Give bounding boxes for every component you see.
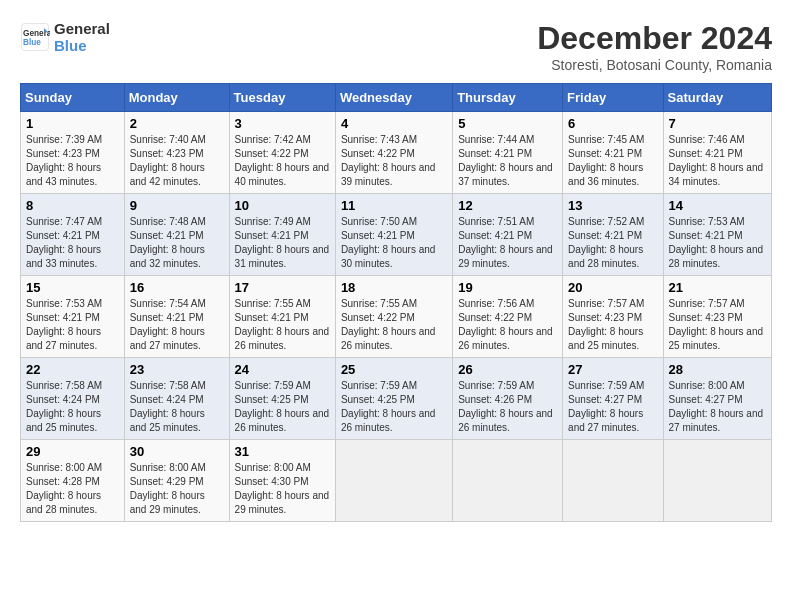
day-cell xyxy=(563,440,663,522)
day-number: 30 xyxy=(130,444,224,459)
day-number: 19 xyxy=(458,280,557,295)
day-number: 26 xyxy=(458,362,557,377)
day-info: Sunrise: 7:44 AM Sunset: 4:21 PM Dayligh… xyxy=(458,133,557,189)
day-cell: 23 Sunrise: 7:58 AM Sunset: 4:24 PM Dayl… xyxy=(124,358,229,440)
day-cell: 26 Sunrise: 7:59 AM Sunset: 4:26 PM Dayl… xyxy=(453,358,563,440)
day-info: Sunrise: 8:00 AM Sunset: 4:28 PM Dayligh… xyxy=(26,461,119,517)
day-cell: 5 Sunrise: 7:44 AM Sunset: 4:21 PM Dayli… xyxy=(453,112,563,194)
week-row-3: 15 Sunrise: 7:53 AM Sunset: 4:21 PM Dayl… xyxy=(21,276,772,358)
day-number: 17 xyxy=(235,280,330,295)
day-cell: 19 Sunrise: 7:56 AM Sunset: 4:22 PM Dayl… xyxy=(453,276,563,358)
day-info: Sunrise: 7:49 AM Sunset: 4:21 PM Dayligh… xyxy=(235,215,330,271)
day-cell: 21 Sunrise: 7:57 AM Sunset: 4:23 PM Dayl… xyxy=(663,276,771,358)
day-header-wednesday: Wednesday xyxy=(335,84,452,112)
day-info: Sunrise: 7:58 AM Sunset: 4:24 PM Dayligh… xyxy=(26,379,119,435)
day-cell: 25 Sunrise: 7:59 AM Sunset: 4:25 PM Dayl… xyxy=(335,358,452,440)
day-info: Sunrise: 7:55 AM Sunset: 4:22 PM Dayligh… xyxy=(341,297,447,353)
day-info: Sunrise: 7:50 AM Sunset: 4:21 PM Dayligh… xyxy=(341,215,447,271)
day-number: 29 xyxy=(26,444,119,459)
day-cell: 30 Sunrise: 8:00 AM Sunset: 4:29 PM Dayl… xyxy=(124,440,229,522)
day-number: 12 xyxy=(458,198,557,213)
day-cell: 14 Sunrise: 7:53 AM Sunset: 4:21 PM Dayl… xyxy=(663,194,771,276)
day-info: Sunrise: 7:51 AM Sunset: 4:21 PM Dayligh… xyxy=(458,215,557,271)
day-number: 11 xyxy=(341,198,447,213)
day-info: Sunrise: 7:59 AM Sunset: 4:26 PM Dayligh… xyxy=(458,379,557,435)
day-number: 27 xyxy=(568,362,657,377)
week-row-2: 8 Sunrise: 7:47 AM Sunset: 4:21 PM Dayli… xyxy=(21,194,772,276)
day-cell xyxy=(335,440,452,522)
day-info: Sunrise: 7:47 AM Sunset: 4:21 PM Dayligh… xyxy=(26,215,119,271)
day-cell: 17 Sunrise: 7:55 AM Sunset: 4:21 PM Dayl… xyxy=(229,276,335,358)
day-info: Sunrise: 7:59 AM Sunset: 4:25 PM Dayligh… xyxy=(341,379,447,435)
day-number: 9 xyxy=(130,198,224,213)
day-number: 21 xyxy=(669,280,766,295)
day-info: Sunrise: 7:55 AM Sunset: 4:21 PM Dayligh… xyxy=(235,297,330,353)
day-number: 8 xyxy=(26,198,119,213)
day-cell: 15 Sunrise: 7:53 AM Sunset: 4:21 PM Dayl… xyxy=(21,276,125,358)
day-info: Sunrise: 7:56 AM Sunset: 4:22 PM Dayligh… xyxy=(458,297,557,353)
day-number: 1 xyxy=(26,116,119,131)
day-cell: 11 Sunrise: 7:50 AM Sunset: 4:21 PM Dayl… xyxy=(335,194,452,276)
day-cell: 22 Sunrise: 7:58 AM Sunset: 4:24 PM Dayl… xyxy=(21,358,125,440)
page-header: General Blue GeneralBlue December 2024 S… xyxy=(20,20,772,73)
day-info: Sunrise: 7:46 AM Sunset: 4:21 PM Dayligh… xyxy=(669,133,766,189)
day-info: Sunrise: 8:00 AM Sunset: 4:29 PM Dayligh… xyxy=(130,461,224,517)
day-number: 25 xyxy=(341,362,447,377)
day-number: 24 xyxy=(235,362,330,377)
logo-icon: General Blue xyxy=(20,22,50,52)
day-info: Sunrise: 7:59 AM Sunset: 4:27 PM Dayligh… xyxy=(568,379,657,435)
day-number: 31 xyxy=(235,444,330,459)
day-header-monday: Monday xyxy=(124,84,229,112)
calendar-table: SundayMondayTuesdayWednesdayThursdayFrid… xyxy=(20,83,772,522)
day-cell: 8 Sunrise: 7:47 AM Sunset: 4:21 PM Dayli… xyxy=(21,194,125,276)
day-cell: 4 Sunrise: 7:43 AM Sunset: 4:22 PM Dayli… xyxy=(335,112,452,194)
week-row-4: 22 Sunrise: 7:58 AM Sunset: 4:24 PM Dayl… xyxy=(21,358,772,440)
day-info: Sunrise: 7:48 AM Sunset: 4:21 PM Dayligh… xyxy=(130,215,224,271)
day-cell xyxy=(663,440,771,522)
day-cell: 3 Sunrise: 7:42 AM Sunset: 4:22 PM Dayli… xyxy=(229,112,335,194)
day-number: 13 xyxy=(568,198,657,213)
day-info: Sunrise: 7:52 AM Sunset: 4:21 PM Dayligh… xyxy=(568,215,657,271)
week-row-5: 29 Sunrise: 8:00 AM Sunset: 4:28 PM Dayl… xyxy=(21,440,772,522)
day-info: Sunrise: 7:43 AM Sunset: 4:22 PM Dayligh… xyxy=(341,133,447,189)
day-info: Sunrise: 7:40 AM Sunset: 4:23 PM Dayligh… xyxy=(130,133,224,189)
day-number: 20 xyxy=(568,280,657,295)
day-cell: 9 Sunrise: 7:48 AM Sunset: 4:21 PM Dayli… xyxy=(124,194,229,276)
day-number: 6 xyxy=(568,116,657,131)
day-cell: 24 Sunrise: 7:59 AM Sunset: 4:25 PM Dayl… xyxy=(229,358,335,440)
day-cell: 20 Sunrise: 7:57 AM Sunset: 4:23 PM Dayl… xyxy=(563,276,663,358)
logo-name: GeneralBlue xyxy=(54,20,110,54)
day-number: 4 xyxy=(341,116,447,131)
day-number: 28 xyxy=(669,362,766,377)
day-cell: 31 Sunrise: 8:00 AM Sunset: 4:30 PM Dayl… xyxy=(229,440,335,522)
day-info: Sunrise: 7:58 AM Sunset: 4:24 PM Dayligh… xyxy=(130,379,224,435)
day-info: Sunrise: 7:39 AM Sunset: 4:23 PM Dayligh… xyxy=(26,133,119,189)
day-cell: 10 Sunrise: 7:49 AM Sunset: 4:21 PM Dayl… xyxy=(229,194,335,276)
day-cell: 16 Sunrise: 7:54 AM Sunset: 4:21 PM Dayl… xyxy=(124,276,229,358)
day-cell: 18 Sunrise: 7:55 AM Sunset: 4:22 PM Dayl… xyxy=(335,276,452,358)
day-number: 16 xyxy=(130,280,224,295)
svg-text:General: General xyxy=(23,29,50,38)
day-number: 5 xyxy=(458,116,557,131)
title-section: December 2024 Storesti, Botosani County,… xyxy=(537,20,772,73)
day-cell: 13 Sunrise: 7:52 AM Sunset: 4:21 PM Dayl… xyxy=(563,194,663,276)
day-info: Sunrise: 7:57 AM Sunset: 4:23 PM Dayligh… xyxy=(568,297,657,353)
svg-text:Blue: Blue xyxy=(23,38,41,47)
day-number: 7 xyxy=(669,116,766,131)
day-header-friday: Friday xyxy=(563,84,663,112)
day-cell: 29 Sunrise: 8:00 AM Sunset: 4:28 PM Dayl… xyxy=(21,440,125,522)
day-info: Sunrise: 7:53 AM Sunset: 4:21 PM Dayligh… xyxy=(669,215,766,271)
logo: General Blue GeneralBlue xyxy=(20,20,110,54)
day-number: 18 xyxy=(341,280,447,295)
day-cell: 12 Sunrise: 7:51 AM Sunset: 4:21 PM Dayl… xyxy=(453,194,563,276)
week-row-1: 1 Sunrise: 7:39 AM Sunset: 4:23 PM Dayli… xyxy=(21,112,772,194)
day-cell: 27 Sunrise: 7:59 AM Sunset: 4:27 PM Dayl… xyxy=(563,358,663,440)
day-header-saturday: Saturday xyxy=(663,84,771,112)
month-title: December 2024 xyxy=(537,20,772,57)
day-header-thursday: Thursday xyxy=(453,84,563,112)
day-info: Sunrise: 7:57 AM Sunset: 4:23 PM Dayligh… xyxy=(669,297,766,353)
day-cell: 7 Sunrise: 7:46 AM Sunset: 4:21 PM Dayli… xyxy=(663,112,771,194)
day-info: Sunrise: 8:00 AM Sunset: 4:30 PM Dayligh… xyxy=(235,461,330,517)
day-info: Sunrise: 8:00 AM Sunset: 4:27 PM Dayligh… xyxy=(669,379,766,435)
location-subtitle: Storesti, Botosani County, Romania xyxy=(537,57,772,73)
